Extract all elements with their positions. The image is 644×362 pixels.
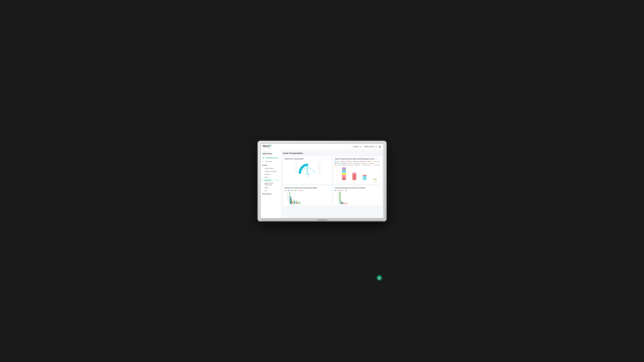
carbon-section-label: Carbon bbox=[262, 164, 268, 166]
sidebar-sub-item-cix[interactable]: CIX bbox=[260, 189, 281, 192]
total-assert-icons: ⟳ ⋮ bbox=[326, 158, 330, 160]
te-y-0: 0 bbox=[335, 201, 339, 202]
gauge-label-0: 0 bbox=[294, 172, 297, 174]
transport-emission-header: Transport Emission by Customer and Mode … bbox=[335, 187, 380, 189]
transport-icons: ⟳ ⋮ bbox=[376, 187, 380, 189]
company-label: Company bbox=[260, 151, 281, 153]
gauge-label-815k: 815k bbox=[294, 167, 297, 169]
legend-air: Air bbox=[284, 190, 287, 191]
legend-taiwan: Taiwan bbox=[349, 164, 354, 166]
legend-truck: Truck bbox=[300, 190, 304, 191]
legend-belgium: Belgium bbox=[342, 161, 347, 162]
sidebar-sub-item-transport[interactable]: Transport bbox=[260, 179, 281, 182]
y-label-1.5m: 1.5M bbox=[335, 166, 338, 168]
sidebar-item-triple-bottom-line[interactable]: ⊕ Triple Bottom Line bbox=[260, 156, 281, 160]
logo-area: PALOITIT Impact Tracker bbox=[263, 145, 272, 148]
svg-rect-13 bbox=[290, 192, 290, 204]
cabon-transportation-header: Cabon Transportation by Mode and Dischar… bbox=[335, 158, 380, 160]
sidebar-item-timeline[interactable]: ∿ Time Line bbox=[260, 160, 281, 163]
transport-legend: Air Railway S bbox=[335, 190, 380, 191]
header-right: English DEMO RETAIL bbox=[352, 145, 382, 148]
sidebar-sub-item-waste[interactable]: Waste bbox=[260, 186, 281, 189]
timeline-icon: ∿ bbox=[262, 161, 264, 162]
sidebar: Company DEMO RETAIL ⊕ Triple Bottom Line… bbox=[260, 150, 281, 218]
main-layout: Company DEMO RETAIL ⊕ Triple Bottom Line… bbox=[260, 150, 384, 218]
bottom-charts-grid: Emission per Family and Transportation M… bbox=[283, 185, 382, 206]
more-transport-icon[interactable]: ⋮ bbox=[378, 187, 380, 189]
emission-family-bars bbox=[289, 192, 335, 204]
legend-france: France bbox=[368, 161, 372, 162]
legend-s: S bbox=[345, 190, 347, 191]
emission-family-chart: 500k 400k 300k 200k 100k 0 bbox=[284, 192, 330, 204]
emission-family-title: Emission per Family and Transportation M… bbox=[284, 187, 317, 189]
te-y-600k: 600k bbox=[335, 196, 339, 197]
legend-air-2: Air bbox=[335, 190, 338, 191]
more-emission-icon[interactable]: ⋮ bbox=[328, 187, 330, 189]
more-icon[interactable]: ⋮ bbox=[328, 158, 330, 160]
legend-uk: United Kingdom bbox=[362, 164, 371, 166]
x-label-air: Air bbox=[361, 181, 368, 182]
gauge-label-367m: 3.67M bbox=[318, 172, 320, 174]
sidebar-sub-item-asset[interactable]: Asset bbox=[260, 176, 281, 179]
language-select[interactable]: English bbox=[352, 145, 362, 148]
te-y-800k: 800k bbox=[335, 194, 339, 195]
sidebar-item-label: Time Line bbox=[265, 161, 272, 162]
cabon-bar-chart: 1.5M 1M 500k 0 bbox=[335, 166, 380, 182]
header-bar: PALOITIT Impact Tracker English DEMO RET… bbox=[260, 144, 384, 150]
emission-family-header: Emission per Family and Transportation M… bbox=[284, 187, 330, 189]
refresh-emission-icon[interactable]: ⟳ bbox=[326, 187, 328, 189]
refresh-transport-icon[interactable]: ⟳ bbox=[376, 187, 378, 189]
bar-air bbox=[361, 175, 368, 180]
svg-rect-29 bbox=[340, 192, 340, 204]
legend-poland: Poland bbox=[362, 163, 367, 164]
sidebar-section-carbon[interactable]: Carbon ▲ bbox=[260, 163, 281, 167]
legend-colombia: Colombia bbox=[354, 161, 360, 162]
y-label-0: 0 bbox=[335, 179, 338, 180]
legend-peru: Peru bbox=[349, 163, 353, 164]
gauge-label-285m: 2.85M bbox=[318, 167, 320, 169]
ef-y-0: 0 bbox=[284, 201, 289, 202]
top-charts-grid: Total Assert Transportation ⟳ ⋮ 1.63M bbox=[283, 156, 382, 184]
sidebar-sub-item-carbon-how-to[interactable]: Carbon How to bbox=[260, 167, 281, 170]
sidebar-sub-item-carbon-accounting[interactable]: Carbon Accounting bbox=[260, 170, 281, 173]
transport-emission-panel: Transport Emission by Customer and Mode … bbox=[333, 185, 382, 206]
gauge-label-bottom-407m: 4.07M bbox=[306, 176, 309, 177]
company-select[interactable]: DEMO RETAIL bbox=[363, 145, 377, 148]
refresh-icon[interactable]: ⟳ bbox=[326, 158, 328, 160]
te-x-labels: customer labels... bbox=[339, 203, 380, 204]
sidebar-sub-item-expense[interactable]: Expense bbox=[260, 173, 281, 176]
refresh-cabon-icon[interactable]: ⟳ bbox=[376, 158, 378, 160]
chatbot-button[interactable]: 🤖 bbox=[377, 275, 382, 280]
transport-emission-bars bbox=[339, 192, 384, 204]
logo-palo: PALO bbox=[263, 145, 269, 147]
gauge-label-163m: 1.63M bbox=[294, 162, 297, 164]
sidebar-section-environment[interactable]: Environment ▼ bbox=[260, 192, 281, 196]
cabon-icons: ⟳ ⋮ bbox=[376, 158, 380, 160]
cabon-legend: Australia Belgium China bbox=[335, 161, 380, 166]
gauge-label-204m: 2.04M bbox=[318, 162, 320, 164]
bar-sea bbox=[340, 167, 348, 180]
y-label-1m: 1M bbox=[335, 171, 338, 172]
ef-y-500k: 500k bbox=[284, 192, 289, 193]
legend-us: United States bbox=[372, 164, 380, 166]
ef-y-300k: 300k bbox=[284, 196, 289, 197]
legend-australia: Australia bbox=[335, 161, 340, 162]
total-assert-header: Total Assert Transportation ⟳ ⋮ bbox=[284, 158, 330, 160]
user-avatar[interactable] bbox=[378, 145, 382, 148]
legend-railway-2: Railway bbox=[339, 190, 344, 191]
legend-railway: Railway bbox=[288, 190, 294, 191]
te-y-200k: 200k bbox=[335, 199, 339, 200]
legend-philippines: Philippines bbox=[354, 163, 361, 164]
gauge-label-407k: 407k bbox=[294, 169, 297, 172]
cabon-transportation-panel: Cabon Transportation by Mode and Dischar… bbox=[333, 156, 382, 184]
more-options-button[interactable]: ⋯ bbox=[378, 151, 382, 155]
more-cabon-icon[interactable]: ⋮ bbox=[378, 158, 380, 160]
chevron-up-icon: ▲ bbox=[278, 164, 279, 166]
bar-truck bbox=[350, 173, 358, 180]
emission-legend: Air Railway Sea bbox=[284, 190, 330, 191]
gauge-label-122m: 1.22M bbox=[294, 164, 297, 167]
sidebar-sub-item-digital-carbon[interactable]: Digital Carbon Assessment bbox=[260, 182, 281, 186]
ef-x-labels: category labels... bbox=[289, 203, 330, 204]
te-y-400k: 400k bbox=[335, 198, 339, 198]
legend-ecuador: Ecuador bbox=[361, 161, 366, 162]
